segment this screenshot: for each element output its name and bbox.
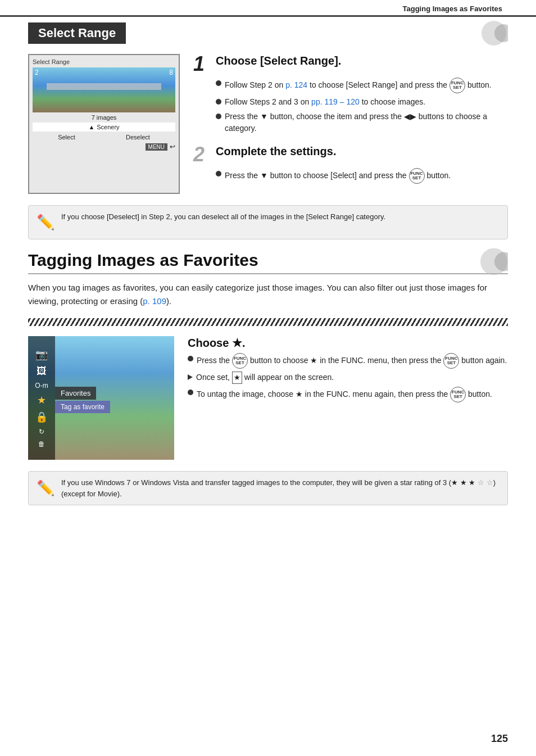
- func-btn-tag1: FUNCSET: [232, 353, 248, 369]
- bullet-2-1: Press the ▼ button to choose [Select] an…: [216, 168, 508, 184]
- note-text: If you choose [Deselect] in Step 2, you …: [61, 211, 385, 233]
- fav-icon-image: 🖼: [37, 365, 47, 377]
- tagging-note-text: If you use Windows 7 or Windows Vista an…: [61, 477, 499, 499]
- tagging-title-decoration: [463, 247, 508, 278]
- menu-btn: MENU: [146, 143, 167, 151]
- bullet-text: Press the FUNCSET button to choose ★ in …: [197, 353, 507, 369]
- bullet-text: Once set, ★ will appear on the screen.: [196, 372, 334, 384]
- tagging-step-1: Choose ★. Press the FUNCSET button to ch…: [188, 336, 508, 402]
- bullet-text: Press the ▼ button to choose [Select] an…: [225, 168, 451, 184]
- favorites-camera-screen: 📷 🖼 O-m ★ 🔒 ↻ 🗑 Favorites Tag as favorit…: [28, 336, 174, 460]
- steps-column: 1 Choose [Select Range]. Follow Step 2 o…: [193, 54, 508, 194]
- bullet-circle: [216, 114, 221, 119]
- category-icon: ▲: [88, 124, 94, 130]
- fav-menu-tag: Tag as favorite: [55, 401, 110, 413]
- menu-area: MENU ↩: [33, 143, 175, 151]
- screen-title: Select Range: [33, 58, 175, 65]
- fav-icon-rotate: ↻: [39, 428, 44, 436]
- tagging-intro: When you tag images as favorites, you ca…: [28, 281, 508, 308]
- page-header: Tagging Images as Favorites: [0, 0, 536, 17]
- step-2-title: Complete the settings.: [216, 144, 336, 158]
- tagging-bullets: Press the FUNCSET button to choose ★ in …: [188, 353, 508, 402]
- link-p109[interactable]: p. 109: [143, 296, 166, 306]
- fav-sidebar: 📷 🖼 O-m ★ 🔒 ↻ 🗑: [28, 336, 55, 460]
- screen-buttons: Select Deselect: [33, 134, 175, 141]
- select-range-camera-screen: Select Range 2 8 7 images ▲ Scenery Sele…: [28, 54, 180, 194]
- fav-icon-star: ★: [37, 394, 46, 406]
- star-solid-2: ★: [460, 478, 467, 487]
- bullet-text: To untag the image, choose ★ in the FUNC…: [197, 387, 492, 402]
- bullet-circle: [188, 390, 193, 395]
- bullet-text: Follow Step 2 on p. 124 to choose [Selec…: [225, 78, 492, 93]
- tagging-note: ✏️ If you use Windows 7 or Windows Vista…: [28, 471, 508, 505]
- fav-menu-favorites: Favorites: [55, 387, 96, 400]
- tagging-content-row: 📷 🖼 O-m ★ 🔒 ↻ 🗑 Favorites Tag as favorit…: [28, 336, 508, 460]
- step-2: 2 Complete the settings. Press the ▼ but…: [193, 144, 508, 184]
- tagging-steps-col: Choose ★. Press the FUNCSET button to ch…: [188, 336, 508, 460]
- tag-bullet-2: Once set, ★ will appear on the screen.: [188, 372, 508, 384]
- select-range-section: Select Range Select Range 2 8 7 images ▲…: [0, 17, 536, 245]
- fav-icon-camera: 📷: [35, 348, 48, 361]
- star-box-icon: ★: [232, 372, 242, 384]
- link-p124[interactable]: p. 124: [285, 80, 307, 89]
- tag-bullet-3: To untag the image, choose ★ in the FUNC…: [188, 387, 508, 402]
- step-1-bullets: Follow Step 2 on p. 124 to choose [Selec…: [216, 78, 508, 134]
- func-btn-tag3: FUNCSET: [450, 387, 466, 402]
- screen-image: 2 8: [33, 67, 175, 112]
- category-label: Scenery: [97, 124, 119, 130]
- star-solid-3: ★: [469, 478, 475, 487]
- bullet-1-3: Press the ▼ button, choose the item and …: [216, 111, 508, 134]
- screen-num-left: 2: [35, 69, 39, 76]
- step-1-number: 1: [193, 54, 210, 74]
- select-range-title-box: Select Range: [28, 22, 508, 44]
- tagging-step-title: Choose ★.: [188, 336, 245, 350]
- step-2-header: 2 Complete the settings.: [193, 144, 508, 165]
- bullet-1-1: Follow Step 2 on p. 124 to choose [Selec…: [216, 78, 508, 93]
- screen-num-right: 8: [169, 69, 173, 76]
- func-btn-tag2: FUNCSET: [443, 353, 459, 369]
- step-2-bullets: Press the ▼ button to choose [Select] an…: [216, 168, 508, 184]
- tag-bullet-1: Press the FUNCSET button to choose ★ in …: [188, 353, 508, 369]
- title-decoration: [463, 19, 508, 47]
- bullet-text: Follow Steps 2 and 3 on pp. 119 – 120 to…: [225, 96, 425, 108]
- bullet-circle: [188, 356, 193, 361]
- images-count: 7 images: [33, 114, 175, 121]
- step-1-header: 1 Choose [Select Range].: [193, 54, 508, 74]
- select-range-content: Select Range 2 8 7 images ▲ Scenery Sele…: [28, 54, 508, 194]
- select-range-note: ✏️ If you choose [Deselect] in Step 2, y…: [28, 205, 508, 239]
- tagging-note-icon: ✏️: [37, 477, 54, 499]
- step-1: 1 Choose [Select Range]. Follow Step 2 o…: [193, 54, 508, 134]
- select-btn: Select: [58, 134, 75, 141]
- bullet-circle: [216, 80, 221, 86]
- tagging-title-box: Tagging Images as Favorites: [28, 251, 508, 274]
- category-row: ▲ Scenery: [33, 123, 175, 132]
- screen-strip: [47, 83, 161, 90]
- bullet-circle: [216, 99, 221, 105]
- bullet-triangle: [188, 374, 193, 380]
- fav-icon-erase: 🗑: [38, 440, 45, 448]
- fav-icon-protect: 🔒: [35, 411, 48, 423]
- bullet-text: Press the ▼ button, choose the item and …: [225, 111, 508, 134]
- fav-overlay: 📷 🖼 O-m ★ 🔒 ↻ 🗑 Favorites Tag as favorit…: [28, 336, 174, 460]
- note-icon: ✏️: [37, 211, 54, 233]
- deselect-btn: Deselect: [126, 134, 150, 141]
- page-number: 125: [491, 733, 508, 745]
- step-1-title: Choose [Select Range].: [216, 54, 341, 67]
- select-range-title: Select Range: [28, 22, 126, 44]
- return-arrow: ↩: [170, 143, 175, 151]
- func-set-btn: FUNCSET: [449, 78, 465, 93]
- star-outline-2: ☆: [487, 478, 493, 487]
- bullet-1-2: Follow Steps 2 and 3 on pp. 119 – 120 to…: [216, 96, 508, 108]
- stripe-divider: [28, 318, 508, 326]
- star-solid-1: ★: [451, 478, 458, 487]
- fav-icon-om: O-m: [35, 382, 48, 390]
- screen-numbers: 2 8: [33, 69, 175, 76]
- tagging-step-header: Choose ★.: [188, 336, 508, 350]
- link-pp119[interactable]: pp. 119 – 120: [311, 97, 360, 106]
- header-title: Tagging Images as Favorites: [403, 4, 502, 13]
- tagging-title: Tagging Images as Favorites: [28, 251, 258, 270]
- bullet-circle: [216, 171, 221, 176]
- tagging-section: Tagging Images as Favorites When you tag…: [0, 245, 536, 539]
- step-2-number: 2: [193, 144, 210, 165]
- func-set-btn2: FUNCSET: [409, 168, 425, 184]
